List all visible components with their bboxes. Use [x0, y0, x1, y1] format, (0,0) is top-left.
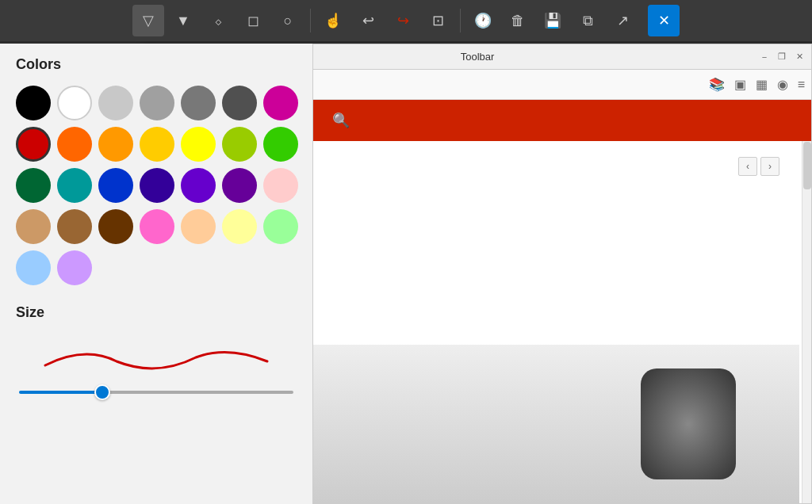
share-tool-btn[interactable]: ↗ [607, 5, 638, 36]
minimize-btn[interactable]: − [759, 52, 770, 63]
color-swatch-yellow[interactable] [181, 127, 216, 162]
page-nav-arrows: ‹ › [738, 157, 779, 176]
color-swatch-magenta[interactable] [263, 86, 298, 120]
color-swatch-yellow-green[interactable] [222, 127, 257, 162]
color-swatch-light-pink[interactable] [263, 168, 298, 203]
color-swatch-light-gray[interactable] [98, 86, 133, 120]
save-tool-btn[interactable]: 💾 [537, 5, 569, 36]
color-swatch-orange[interactable] [57, 127, 92, 162]
browser-nav-icons: 📚 ▣ ▦ ◉ ≡ [709, 77, 805, 92]
eraser-tool-btn[interactable]: ◻ [237, 5, 269, 36]
delete-tool-btn[interactable]: 🗑 [502, 5, 534, 36]
highlight-tool-btn[interactable]: ⬦ [202, 5, 234, 36]
color-swatch-white[interactable] [57, 86, 92, 120]
color-swatch-green[interactable] [263, 127, 298, 162]
color-swatch-indigo[interactable] [140, 168, 174, 203]
color-swatch-black[interactable] [16, 86, 51, 120]
color-swatch-tan[interactable] [16, 209, 51, 244]
color-swatch-lavender[interactable] [57, 250, 92, 285]
copy-tool-btn[interactable]: ⧉ [572, 5, 603, 36]
crop-tool-btn[interactable]: ⊡ [422, 5, 454, 36]
scrollbar-thumb[interactable] [803, 142, 811, 189]
next-page-btn[interactable]: › [760, 157, 779, 176]
size-slider[interactable] [19, 391, 293, 394]
reading-view-icon[interactable]: ▣ [734, 77, 746, 92]
color-swatch-brown[interactable] [57, 209, 92, 244]
browser-close-btn[interactable]: ✕ [794, 52, 805, 63]
maximize-btn[interactable]: ❐ [776, 52, 787, 63]
color-swatch-light-blue[interactable] [16, 250, 51, 285]
arrow-down-tool-btn[interactable]: ▽ [132, 5, 164, 36]
color-panel: Colors Size [0, 44, 313, 504]
color-swatch-peach[interactable] [181, 209, 216, 244]
history-tool-btn[interactable]: 🕐 [467, 5, 499, 36]
color-swatch-light-green[interactable] [263, 209, 298, 244]
ellipse-tool-btn[interactable]: ○ [272, 5, 304, 36]
color-swatch-medium-gray[interactable] [181, 86, 216, 120]
size-title: Size [16, 304, 297, 321]
account-icon[interactable]: ◉ [777, 77, 788, 92]
color-swatch-dark-purple[interactable] [222, 168, 257, 203]
color-swatch-light-yellow[interactable] [222, 209, 257, 244]
color-swatch-dark-green[interactable] [16, 168, 51, 203]
touch-tool-btn[interactable]: ☝ [317, 5, 349, 36]
arrow-filled-tool-btn[interactable]: ▼ [167, 5, 199, 36]
watch-image [641, 368, 736, 479]
color-swatch-gold[interactable] [140, 127, 174, 162]
color-swatch-dark-brown[interactable] [98, 209, 133, 244]
color-swatch-blue[interactable] [98, 168, 133, 203]
color-swatch-teal[interactable] [57, 168, 92, 203]
annotation-toolbar: ▽ ▼ ⬦ ◻ ○ ☝ ↩ ↪ ⊡ 🕐 🗑 💾 ⧉ ↗ ✕ [0, 0, 812, 41]
size-preview [16, 334, 297, 381]
library-icon[interactable]: 📚 [709, 77, 725, 92]
color-swatch-red[interactable] [16, 127, 51, 162]
separator-2 [460, 9, 461, 32]
size-curve-svg [37, 338, 275, 377]
colors-title: Colors [16, 56, 297, 73]
undo-tool-btn[interactable]: ↩ [352, 5, 384, 36]
color-swatch-medium-light-gray[interactable] [140, 86, 174, 120]
color-swatch-hot-pink[interactable] [140, 209, 174, 244]
window-controls: − ❐ ✕ [759, 52, 805, 63]
menu-icon[interactable]: ≡ [798, 78, 805, 92]
site-search-icon[interactable]: 🔍 [332, 112, 350, 129]
color-swatch-dark-orange[interactable] [98, 127, 133, 162]
close-btn[interactable]: ✕ [648, 5, 680, 36]
prev-page-btn[interactable]: ‹ [738, 157, 757, 176]
redo-tool-btn[interactable]: ↪ [387, 5, 419, 36]
vertical-scrollbar[interactable] [802, 141, 811, 503]
size-slider-container [16, 391, 297, 394]
color-grid [16, 86, 297, 285]
color-swatch-dark-gray[interactable] [222, 86, 257, 120]
split-view-icon[interactable]: ▦ [756, 77, 768, 92]
browser-title: Toolbar [461, 51, 495, 63]
color-swatch-purple[interactable] [181, 168, 216, 203]
separator-1 [310, 9, 311, 32]
